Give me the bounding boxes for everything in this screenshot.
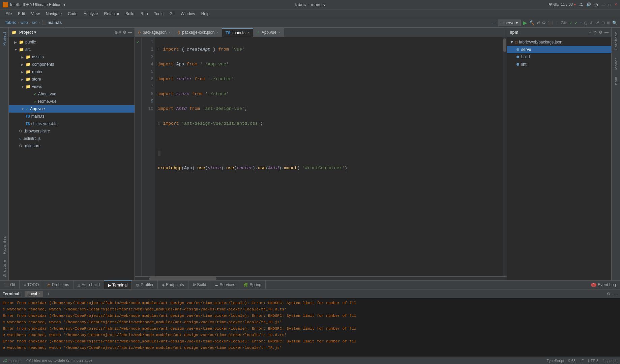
git-push[interactable]: ↑: [580, 21, 582, 25]
btab-auto-build[interactable]: △ Auto-build: [73, 280, 104, 289]
menu-navigate[interactable]: Navigate: [43, 11, 64, 17]
git-history[interactable]: ◷: [584, 21, 587, 25]
horizontal-scrollbar[interactable]: [135, 276, 507, 280]
language-indicator[interactable]: TypeScript: [547, 359, 564, 363]
code-scrollbar[interactable]: [503, 37, 507, 276]
editor-split[interactable]: ⊡: [601, 21, 605, 25]
sidebar-settings-icon[interactable]: ⚙: [123, 30, 126, 35]
menu-build[interactable]: Build: [123, 11, 137, 17]
reload-btn[interactable]: ↺: [537, 21, 540, 25]
tree-item-store[interactable]: ▶ 📁 store: [9, 75, 135, 83]
terminal-add-tab[interactable]: +: [45, 291, 53, 297]
sidebar-close-icon[interactable]: —: [128, 30, 132, 35]
npm-refresh-icon[interactable]: ↺: [593, 30, 597, 35]
sidebar-add-icon[interactable]: ⊕: [114, 30, 118, 35]
btab-services[interactable]: ☁ Services: [210, 280, 239, 289]
breadcrumb-maints[interactable]: ⬛ main.ts: [41, 20, 62, 25]
code-editor[interactable]: ⊟ import { createApp } from 'vue' import…: [155, 37, 503, 276]
stop-btn[interactable]: ⬛: [548, 21, 553, 25]
tab-package-lock-json[interactable]: {} package-lock.json ×: [174, 28, 222, 37]
tab-database-vertical[interactable]: Database: [613, 29, 619, 53]
btab-build[interactable]: ⚒ Build: [188, 280, 211, 289]
npm-root[interactable]: ▼ □ fabric/web/package.json: [507, 38, 611, 46]
menu-file[interactable]: File: [3, 11, 14, 17]
build-btn[interactable]: 🔨: [529, 20, 535, 26]
event-log-btn[interactable]: 1 Event Log: [587, 282, 620, 287]
tab-project-vertical[interactable]: Project: [2, 29, 7, 48]
tab-app-vue[interactable]: ✓ App.vue ×: [253, 28, 284, 37]
npm-script-serve[interactable]: serve: [507, 46, 611, 53]
encoding[interactable]: UTF-8: [588, 359, 598, 363]
tab-main-ts[interactable]: TS main.ts ×: [222, 28, 253, 37]
search-everywhere[interactable]: 🔍: [612, 21, 617, 25]
git-check1[interactable]: ✓: [569, 21, 572, 25]
tree-item-views[interactable]: ▼ 📁 views: [9, 83, 135, 90]
tree-item-home-vue[interactable]: ✓ Home.vue: [9, 98, 135, 105]
sidebar-collapse-icon[interactable]: ≡: [119, 30, 121, 35]
dropdown-arrow[interactable]: ▾: [63, 2, 65, 7]
minimize-btn[interactable]: —: [601, 3, 605, 7]
volume-icon[interactable]: 🔊: [586, 2, 591, 7]
more-btn[interactable]: ⚙: [542, 21, 546, 25]
menu-tools[interactable]: Tools: [151, 11, 166, 17]
tree-item-assets[interactable]: ▶ 📁 assets: [9, 53, 135, 61]
npm-script-build[interactable]: build: [507, 53, 611, 61]
network-icon[interactable]: 🖧: [579, 3, 583, 7]
run-btn[interactable]: ▶: [523, 20, 527, 26]
menu-view[interactable]: View: [28, 11, 42, 17]
btab-spring[interactable]: 🌿 Spring: [239, 280, 266, 289]
npm-collapse-icon[interactable]: —: [604, 30, 609, 35]
npm-settings-icon[interactable]: ⚙: [599, 30, 602, 35]
btab-problems[interactable]: ⚠ Problems: [43, 280, 73, 289]
tab-favorites-vertical[interactable]: Favorites: [2, 233, 7, 257]
tree-item-shims-vue[interactable]: TS shims-vue.d.ts: [9, 120, 135, 127]
maximize-btn[interactable]: □: [609, 3, 611, 7]
btab-todo[interactable]: ≡ TODO: [20, 280, 43, 289]
tree-item-gitignore[interactable]: ⚙ .gitignore: [9, 142, 135, 150]
close-btn[interactable]: ✕: [614, 2, 617, 7]
tab-npm-vertical[interactable]: npm: [613, 74, 619, 87]
git-branch-name[interactable]: master: [8, 359, 20, 363]
breadcrumb-src[interactable]: src: [32, 20, 37, 25]
indent[interactable]: 4 spaces: [602, 359, 617, 363]
git-undo[interactable]: ↺: [589, 21, 593, 25]
tree-item-browserslistrc[interactable]: ⚙ .browserslistrc: [9, 127, 135, 135]
line-ending[interactable]: LF: [580, 359, 584, 363]
btab-profiler[interactable]: ◷ Profiler: [132, 280, 158, 289]
tree-item-app-vue[interactable]: ▼ ✓ App.vue: [9, 105, 135, 113]
tree-item-eslintrc[interactable]: ○ .eslintrc.js: [9, 135, 135, 142]
menu-git[interactable]: Git: [167, 11, 177, 17]
terminal-local-tab[interactable]: Local ×: [25, 291, 43, 297]
btab-terminal[interactable]: ▶ Terminal: [104, 280, 132, 289]
tree-item-src[interactable]: ▼ 📁 src: [9, 46, 135, 53]
npm-script-lint[interactable]: lint: [507, 61, 611, 68]
git-check2[interactable]: ✓: [574, 21, 578, 25]
power-icon[interactable]: ⏻: [594, 3, 598, 7]
tree-item-router[interactable]: ▶ 📁 router: [9, 68, 135, 75]
git-branches[interactable]: ⎇: [595, 21, 599, 25]
cursor-position[interactable]: 9:63: [568, 359, 575, 363]
btab-git[interactable]: ⬛ Git: [0, 280, 20, 289]
tab-maven-vertical[interactable]: Maven: [613, 54, 619, 72]
menu-window[interactable]: Window: [178, 11, 198, 17]
terminal-settings-icon[interactable]: ⚙: [607, 292, 611, 296]
terminal-minimize-icon[interactable]: —: [613, 292, 617, 296]
btab-endpoints[interactable]: ◈ Endpoints: [158, 280, 188, 289]
navigate-back[interactable]: ←: [492, 21, 496, 25]
menu-help[interactable]: Help: [199, 11, 212, 17]
tree-item-public[interactable]: ▶ 📁 public: [9, 38, 135, 46]
menu-refactor[interactable]: Refactor: [101, 11, 122, 17]
editor-maximize[interactable]: ⊞: [607, 21, 610, 25]
tree-item-components[interactable]: ▶ 📁 components: [9, 61, 135, 68]
breadcrumb-web[interactable]: web: [21, 20, 28, 25]
tab-structure-vertical[interactable]: Structure: [2, 257, 7, 280]
tree-item-main-ts[interactable]: TS main.ts: [9, 113, 135, 120]
breadcrumb-fabric[interactable]: fabric: [5, 20, 17, 25]
menu-edit[interactable]: Edit: [15, 11, 28, 17]
run-config-selector[interactable]: □ serve ▾: [498, 20, 521, 26]
menu-analyze[interactable]: Analyze: [81, 11, 101, 17]
tab-package-json[interactable]: {} package.json ×: [135, 28, 174, 37]
npm-add-icon[interactable]: +: [589, 30, 591, 35]
menu-code[interactable]: Code: [65, 11, 80, 17]
tree-item-about-vue[interactable]: ✓ About.vue: [9, 90, 135, 98]
